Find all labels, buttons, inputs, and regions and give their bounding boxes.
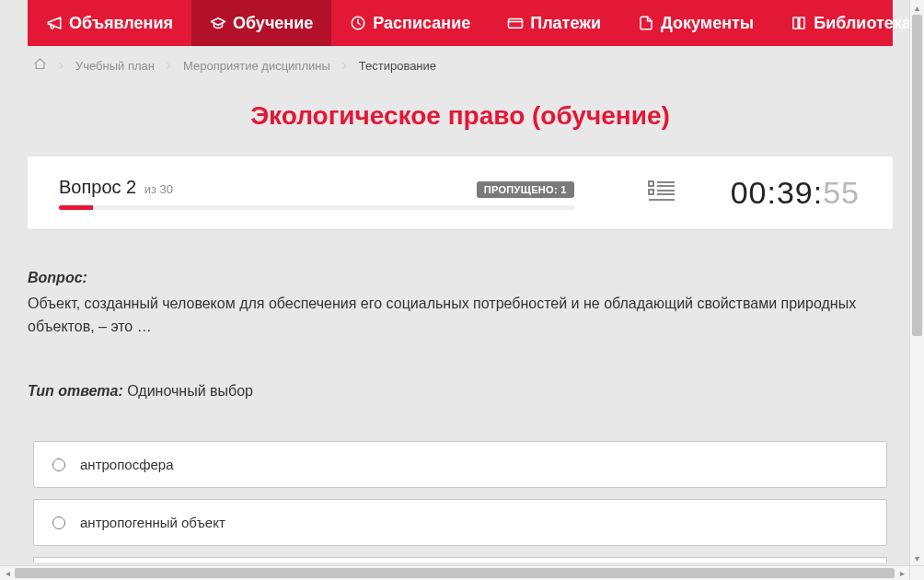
nav-item-documents[interactable]: Документы: [619, 0, 772, 46]
nav-label: Обучение: [233, 14, 313, 33]
page-title: Экологическое право (обучение): [28, 101, 893, 131]
answer-type-label: Тип ответа:: [28, 383, 123, 399]
skipped-badge: ПРОПУЩЕНО: 1: [477, 181, 574, 198]
megaphone-icon: [46, 15, 63, 31]
question-label: Вопрос:: [28, 270, 87, 285]
svg-rect-1: [509, 19, 523, 29]
question-list-icon[interactable]: [648, 180, 676, 207]
scroll-corner: [909, 565, 924, 580]
clock-icon: [350, 15, 366, 31]
answers-list: антропосфера антропогенный объект: [28, 441, 893, 563]
nav-item-schedule[interactable]: Расписание: [331, 0, 489, 46]
question-total: из 30: [144, 182, 173, 196]
scroll-thumb[interactable]: [912, 15, 922, 336]
svg-rect-3: [649, 190, 653, 194]
timer-seconds: 55: [823, 175, 860, 211]
question-number: Вопрос 2: [59, 177, 136, 197]
breadcrumb-link[interactable]: Мероприятие дисциплины: [183, 59, 330, 73]
nav-label: Библиотека: [814, 14, 911, 33]
svg-rect-2: [649, 181, 653, 186]
answer-radio[interactable]: [52, 516, 65, 529]
main-nav: Объявления Обучение Расписание: [28, 0, 893, 46]
nav-label: Документы: [661, 14, 754, 33]
breadcrumb-current: Тестирование: [359, 59, 436, 73]
breadcrumb: Учебный план Мероприятие дисциплины Тест…: [28, 46, 893, 85]
nav-label: Объявления: [69, 14, 173, 33]
home-icon[interactable]: [33, 57, 47, 74]
question-block: Вопрос: Объект, созданный человеком для …: [28, 266, 893, 402]
graduation-icon: [210, 15, 226, 31]
progress-bar: [59, 205, 574, 210]
card-icon: [507, 15, 524, 31]
answer-type-value: Одиночный выбор: [127, 383, 253, 399]
answer-text: антропогенный объект: [80, 515, 225, 530]
scroll-down-arrow-icon[interactable]: ▾: [910, 551, 924, 565]
nav-item-announcements[interactable]: Объявления: [28, 0, 191, 46]
horizontal-scrollbar[interactable]: ◂ ▸: [0, 565, 909, 580]
chevron-right-icon: [164, 61, 174, 71]
progress-fill: [59, 205, 93, 210]
test-status-card: Вопрос 2 из 30 ПРОПУЩЕНО: 1: [28, 157, 893, 229]
answer-option-partial: [33, 557, 887, 563]
scroll-thumb[interactable]: [15, 568, 895, 578]
timer: 00:39:55: [731, 175, 867, 211]
doc-icon: [638, 15, 654, 31]
book-icon: [791, 15, 807, 31]
scroll-left-arrow-icon[interactable]: ◂: [0, 566, 15, 580]
answer-text: антропосфера: [80, 457, 174, 472]
nav-item-learning[interactable]: Обучение: [191, 0, 331, 46]
scroll-up-arrow-icon[interactable]: ▴: [910, 0, 924, 15]
answer-option[interactable]: антропогенный объект: [33, 499, 887, 546]
nav-item-library[interactable]: Библиотека: [772, 0, 920, 46]
question-text: Объект, созданный человеком для обеспече…: [28, 292, 893, 339]
answer-option[interactable]: антропосфера: [33, 441, 887, 488]
vertical-scrollbar[interactable]: ▴ ▾: [909, 0, 924, 565]
nav-item-payments[interactable]: Платежи: [489, 0, 619, 46]
nav-label: Платежи: [530, 14, 601, 33]
chevron-right-icon: [340, 61, 350, 71]
answer-radio[interactable]: [52, 458, 65, 471]
breadcrumb-link[interactable]: Учебный план: [75, 59, 155, 73]
scroll-right-arrow-icon[interactable]: ▸: [895, 566, 909, 580]
timer-main: 00:39:: [731, 175, 824, 211]
chevron-right-icon: [56, 61, 66, 71]
nav-label: Расписание: [373, 14, 470, 33]
